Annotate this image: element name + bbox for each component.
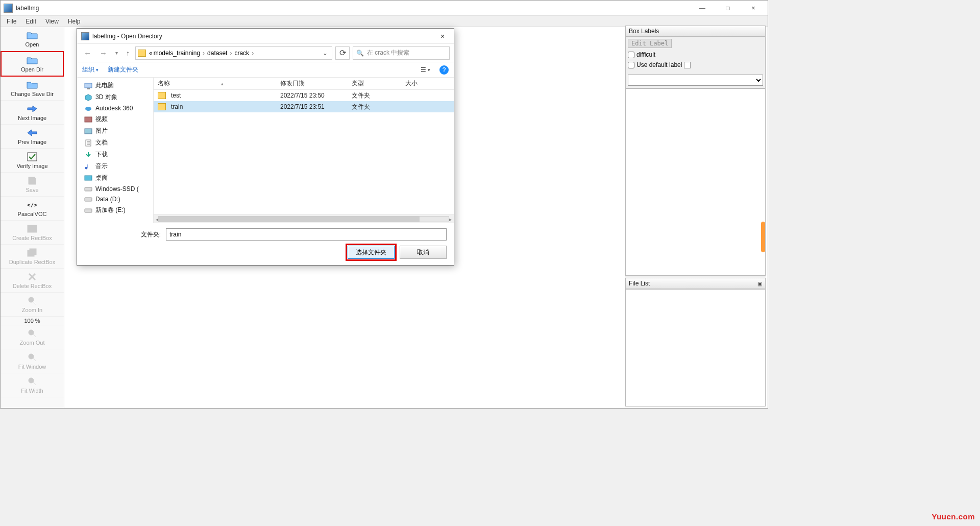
image-icon — [84, 128, 92, 135]
arrow-left-icon — [26, 128, 38, 138]
duplicate-rectbox-button[interactable]: Duplicate RectBox — [1, 245, 64, 269]
use-default-check-input[interactable] — [628, 62, 634, 68]
breadcrumb-item-1[interactable]: models_trainning — [154, 50, 200, 57]
label-list[interactable] — [625, 88, 766, 276]
list-row[interactable]: test2022/7/15 23:50文件夹 — [154, 90, 454, 101]
delete-rectbox-button[interactable]: Delete RectBox — [1, 269, 64, 293]
new-folder-button[interactable]: 新建文件夹 — [108, 65, 138, 74]
save-button[interactable]: Save — [1, 173, 64, 197]
svg-rect-17 — [85, 187, 92, 191]
box-labels-header: Box Labels — [625, 26, 766, 37]
tree-item[interactable]: 音乐 — [77, 160, 153, 172]
view-mode-button[interactable]: ☰ ▾ — [421, 66, 430, 74]
nav-forward-button[interactable]: → — [97, 49, 110, 57]
tree-item[interactable]: Data (D:) — [77, 194, 153, 204]
tree-item-label: 桌面 — [95, 174, 108, 182]
tree-item[interactable]: 此电脑 — [77, 80, 153, 91]
col-type-header[interactable]: 类型 — [348, 79, 401, 88]
fit-width-button[interactable]: Fit Width — [1, 373, 64, 397]
folder-name-input[interactable] — [166, 228, 447, 241]
organize-button[interactable]: 组织▾ — [82, 65, 99, 74]
verify-image-button[interactable]: Verify Image — [1, 149, 64, 173]
difficult-check-input[interactable] — [628, 52, 634, 58]
tree-item[interactable]: 文档 — [77, 137, 153, 149]
tree-item[interactable]: 视频 — [77, 113, 153, 125]
tree-item[interactable]: 图片 — [77, 125, 153, 137]
list-rows[interactable]: test2022/7/15 23:50文件夹train2022/7/15 23:… — [154, 90, 454, 214]
tree-item[interactable]: 桌面 — [77, 172, 153, 184]
dock-icon[interactable]: ▣ — [757, 281, 762, 286]
breadcrumb-item-3[interactable]: crack — [234, 50, 249, 57]
label-dropdown[interactable] — [628, 75, 763, 86]
change-save-dir-button[interactable]: Change Save Dir — [1, 77, 64, 101]
zoom-in-button[interactable]: Zoom In — [1, 293, 64, 317]
scrollbar-thumb[interactable] — [761, 222, 765, 252]
zoom-out-button[interactable]: Zoom Out — [1, 325, 64, 349]
col-date-header[interactable]: 修改日期 — [276, 79, 348, 88]
rect-dup-icon — [26, 248, 38, 258]
default-label-input[interactable] — [684, 62, 691, 68]
tree-item[interactable]: 3D 对象 — [77, 91, 153, 103]
nav-history-dropdown[interactable]: ▾ — [113, 50, 120, 56]
tree-item[interactable]: 新加卷 (E:) — [77, 204, 153, 216]
fit-window-button[interactable]: Fit Window — [1, 349, 64, 373]
cancel-button[interactable]: 取消 — [400, 246, 447, 259]
nav-back-button[interactable]: ← — [81, 49, 94, 57]
create-rectbox-button[interactable]: Create RectBox — [1, 221, 64, 245]
menu-view[interactable]: View — [41, 17, 63, 26]
pascalvoc-button[interactable]: </> PascalVOC — [1, 197, 64, 221]
scroll-right-icon[interactable]: ▸ — [449, 217, 452, 222]
left-toolbar: Open Open Dir Change Save Dir Next Image… — [1, 27, 64, 408]
search-icon: 🔍 — [356, 50, 364, 57]
maximize-button[interactable]: □ — [720, 3, 736, 13]
breadcrumb-dropdown[interactable]: ⌄ — [321, 50, 330, 57]
tree-item[interactable]: 下载 — [77, 149, 153, 160]
next-image-button[interactable]: Next Image — [1, 101, 64, 125]
search-box[interactable]: 🔍 在 crack 中搜索 — [353, 46, 450, 60]
dialog-titlebar: labelImg - Open Directory × — [77, 29, 454, 44]
svg-rect-2 — [28, 225, 37, 232]
chevron-right-icon: › — [250, 50, 255, 57]
nav-tree[interactable]: 此电脑3D 对象Autodesk 360视频图片文档下载音乐桌面Windows-… — [77, 78, 154, 223]
open-dir-label: Open Dir — [21, 66, 43, 73]
menu-edit[interactable]: Edit — [21, 17, 40, 26]
row-date: 2022/7/15 23:51 — [276, 103, 348, 110]
dialog-close-button[interactable]: × — [435, 32, 450, 40]
tree-item-label: 新加卷 (E:) — [95, 206, 126, 214]
svg-rect-4 — [30, 249, 36, 255]
select-folder-button[interactable]: 选择文件夹 — [348, 246, 395, 259]
col-name-header[interactable]: 名称▴ — [154, 79, 276, 88]
difficult-checkbox[interactable]: difficult — [628, 51, 763, 58]
breadcrumb-item-2[interactable]: dataset — [207, 50, 227, 57]
help-icon[interactable]: ? — [439, 65, 449, 75]
menu-file[interactable]: File — [3, 17, 20, 26]
zoom-level[interactable]: 100 % — [1, 317, 64, 325]
col-size-header[interactable]: 大小 — [401, 79, 422, 88]
open-directory-dialog: labelImg - Open Directory × ← → ▾ ↑ « mo… — [77, 28, 454, 266]
doc-icon — [84, 139, 92, 147]
list-row[interactable]: train2022/7/15 23:51文件夹 — [154, 101, 454, 112]
file-list-body[interactable] — [625, 289, 766, 407]
breadcrumb-bar[interactable]: « models_trainning › dataset › crack › ⌄ — [135, 46, 332, 60]
tree-item[interactable]: Autodesk 360 — [77, 103, 153, 113]
edit-label-button[interactable]: Edit Label — [628, 39, 672, 48]
delete-rectbox-label: Delete RectBox — [13, 283, 52, 289]
desktop-icon — [84, 175, 92, 182]
close-button[interactable]: × — [745, 3, 762, 13]
folder-label: 文件夹: — [138, 230, 161, 239]
svg-rect-1 — [30, 181, 34, 184]
file-list-panel: File List ▣ — [625, 278, 766, 407]
open-button[interactable]: Open — [1, 27, 64, 51]
minimize-button[interactable]: — — [694, 3, 710, 13]
refresh-button[interactable]: ⟳ — [335, 46, 350, 60]
nav-up-button[interactable]: ↑ — [124, 49, 132, 57]
tree-item[interactable]: Windows-SSD ( — [77, 184, 153, 194]
scrollbar-thumb[interactable] — [159, 217, 420, 222]
menu-help[interactable]: Help — [64, 17, 85, 26]
disk-icon — [84, 207, 92, 214]
prev-image-button[interactable]: Prev Image — [1, 125, 64, 149]
use-default-label-checkbox[interactable]: Use default label — [628, 61, 763, 68]
horizontal-scrollbar[interactable]: ◂ ▸ — [154, 214, 454, 223]
open-dir-button[interactable]: Open Dir — [1, 51, 64, 77]
rect-create-icon — [26, 224, 38, 234]
